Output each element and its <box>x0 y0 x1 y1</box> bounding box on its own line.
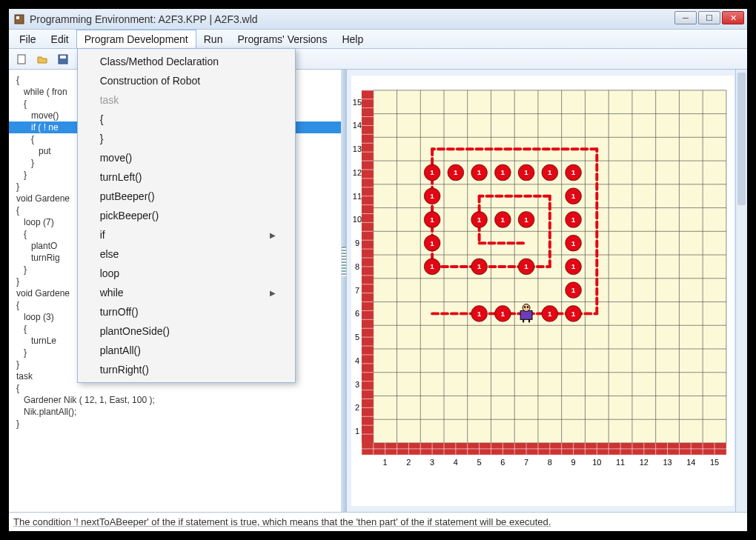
beeper: 1 <box>518 212 534 228</box>
save-icon[interactable] <box>55 51 71 67</box>
titlebar: Programming Environment: A2F3.KPP | A2F3… <box>9 9 747 30</box>
beeper: 1 <box>566 212 582 228</box>
svg-text:1: 1 <box>431 262 435 270</box>
svg-text:1: 1 <box>571 168 576 176</box>
dropdown-item-label: turnRight() <box>100 364 149 376</box>
dropdown-item-label: turnLeft() <box>100 171 142 183</box>
svg-text:1: 1 <box>431 239 435 247</box>
code-line[interactable]: Nik.plantAll(); <box>16 406 334 418</box>
open-folder-icon[interactable] <box>34 51 50 67</box>
dropdown-item-8[interactable]: pickBeeper() <box>78 206 295 225</box>
dropdown-item-6[interactable]: turnLeft() <box>78 167 295 187</box>
svg-text:2: 2 <box>407 458 411 467</box>
dropdown-item-1[interactable]: Construction of Robot <box>78 71 295 90</box>
dropdown-item-3[interactable]: { <box>78 110 295 129</box>
dropdown-item-14[interactable]: plantOneSide() <box>78 321 295 341</box>
svg-rect-2 <box>18 55 25 64</box>
beeper: 1 <box>495 305 511 321</box>
svg-text:1: 1 <box>477 216 482 224</box>
code-line[interactable]: { <box>16 382 334 394</box>
dropdown-item-16[interactable]: turnRight() <box>78 360 295 379</box>
beeper: 1 <box>424 235 440 251</box>
status-bar: The condition '! nextToABeeper' of the i… <box>9 512 747 531</box>
svg-text:11: 11 <box>616 458 625 467</box>
dropdown-item-label: { <box>100 113 104 125</box>
svg-text:3: 3 <box>430 458 434 467</box>
svg-text:1: 1 <box>501 310 505 318</box>
dropdown-item-11[interactable]: loop <box>78 264 295 283</box>
svg-text:14: 14 <box>686 458 695 467</box>
beeper: 1 <box>566 235 582 251</box>
dropdown-item-10[interactable]: else <box>78 244 295 264</box>
beeper: 1 <box>448 164 464 181</box>
menu-help[interactable]: Help <box>334 30 371 48</box>
code-line[interactable]: } <box>16 418 334 430</box>
beeper: 1 <box>424 259 440 275</box>
svg-text:1: 1 <box>571 310 576 318</box>
maximize-button[interactable]: ☐ <box>698 11 720 24</box>
beeper: 1 <box>566 259 582 275</box>
svg-text:2: 2 <box>355 403 359 412</box>
beeper: 1 <box>424 188 440 204</box>
svg-text:1: 1 <box>431 192 435 200</box>
menu-program-development[interactable]: Program Development Class/Method Declara… <box>76 30 196 48</box>
beeper: 1 <box>495 212 511 228</box>
world-view: 1234567891011121314151234567891011121314… <box>347 70 747 512</box>
menu-program-development-label: Program Development <box>84 33 188 45</box>
vertical-scrollbar[interactable] <box>735 70 747 512</box>
dropdown-item-5[interactable]: move() <box>78 148 295 167</box>
svg-point-202 <box>523 304 530 311</box>
dropdown-item-label: plantAll() <box>100 344 141 356</box>
new-file-icon[interactable] <box>13 51 30 67</box>
dropdown-item-label: putBeeper() <box>100 190 155 202</box>
svg-text:1: 1 <box>501 216 505 224</box>
submenu-arrow-icon: ▶ <box>270 231 276 239</box>
dropdown-item-label: loop <box>100 267 119 279</box>
menu-programs-versions[interactable]: Programs' Versions <box>230 30 334 48</box>
svg-text:1: 1 <box>454 168 458 176</box>
menu-edit[interactable]: Edit <box>44 30 76 48</box>
dropdown-item-12[interactable]: while▶ <box>78 283 295 302</box>
dropdown-item-label: move() <box>100 152 133 164</box>
menu-run[interactable]: Run <box>196 30 231 48</box>
beeper: 1 <box>566 282 582 299</box>
svg-text:1: 1 <box>355 427 359 436</box>
status-text: The condition '! nextToABeeper' of the i… <box>13 516 551 527</box>
svg-text:15: 15 <box>710 458 719 467</box>
dropdown-item-13[interactable]: turnOff() <box>78 302 295 321</box>
svg-text:9: 9 <box>355 239 359 247</box>
dropdown-item-label: turnOff() <box>100 306 139 318</box>
svg-text:13: 13 <box>663 458 672 467</box>
svg-text:1: 1 <box>431 216 435 224</box>
svg-text:9: 9 <box>571 458 576 467</box>
minimize-button[interactable]: ─ <box>674 11 697 24</box>
svg-text:1: 1 <box>477 168 482 176</box>
beeper: 1 <box>566 164 582 181</box>
dropdown-item-4[interactable]: } <box>78 129 295 148</box>
code-line[interactable]: Gardener Nik ( 12, 1, East, 100 ); <box>16 394 334 406</box>
svg-text:1: 1 <box>525 262 529 270</box>
svg-text:1: 1 <box>383 458 388 467</box>
svg-text:1: 1 <box>525 216 529 224</box>
svg-text:7: 7 <box>355 286 359 295</box>
svg-rect-1 <box>16 16 19 19</box>
dropdown-item-label: } <box>100 133 104 144</box>
submenu-arrow-icon: ▶ <box>270 289 276 297</box>
close-button[interactable]: ✕ <box>722 11 744 24</box>
dropdown-item-9[interactable]: if▶ <box>78 225 295 244</box>
svg-text:1: 1 <box>571 216 576 224</box>
svg-text:12: 12 <box>353 168 362 177</box>
svg-text:3: 3 <box>355 380 359 389</box>
svg-text:1: 1 <box>571 262 576 270</box>
dropdown-item-label: if <box>100 229 105 241</box>
svg-text:1: 1 <box>548 168 552 176</box>
dropdown-item-label: task <box>100 94 119 106</box>
dropdown-item-0[interactable]: Class/Method Declaration <box>78 52 295 71</box>
svg-text:8: 8 <box>355 262 359 271</box>
dropdown-item-15[interactable]: plantAll() <box>78 341 295 360</box>
menu-file[interactable]: File <box>12 30 44 48</box>
pane-divider[interactable] <box>341 70 347 512</box>
svg-text:6: 6 <box>500 458 505 467</box>
dropdown-item-7[interactable]: putBeeper() <box>78 187 295 206</box>
beeper: 1 <box>518 259 534 275</box>
